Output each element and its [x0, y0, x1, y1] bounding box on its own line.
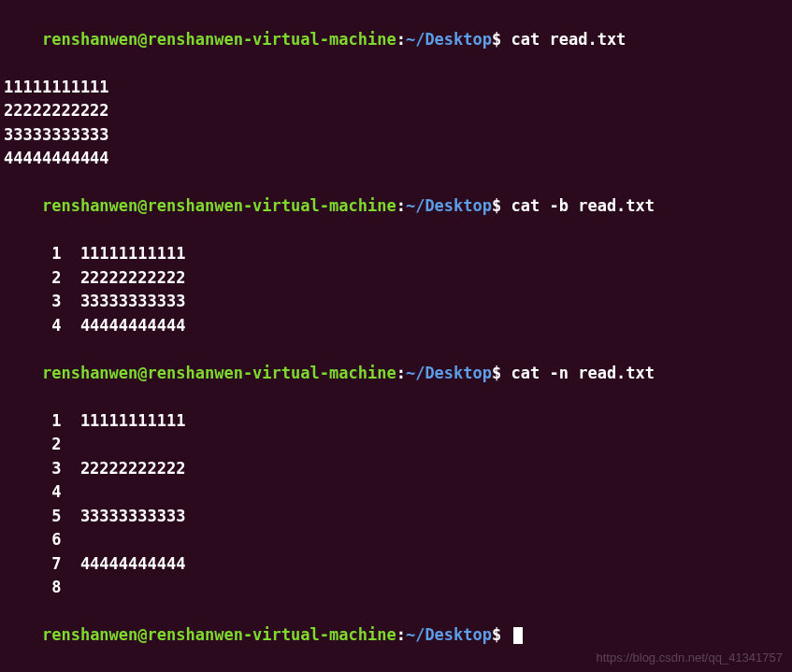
- terminal[interactable]: renshanwen@renshanwen-virtual-machine:~/…: [4, 4, 788, 671]
- prompt-colon: :: [396, 30, 406, 49]
- output-line: 11111111111: [4, 76, 788, 100]
- prompt-path: ~/Desktop: [406, 30, 492, 49]
- command-text: cat read.txt: [511, 30, 626, 49]
- prompt-dollar: $: [492, 364, 501, 382]
- output-line: 2: [4, 433, 788, 457]
- output-line: 44444444444: [4, 147, 788, 171]
- prompt-path: ~/Desktop: [406, 364, 492, 382]
- output-line: 1 11111111111: [4, 242, 788, 266]
- prompt-user: renshanwen@renshanwen-virtual-machine: [42, 196, 396, 215]
- prompt-colon: :: [396, 625, 406, 644]
- output-line: 3 33333333333: [4, 290, 788, 314]
- prompt-user: renshanwen@renshanwen-virtual-machine: [42, 625, 396, 644]
- prompt-dollar: $: [492, 625, 501, 644]
- prompt-user: renshanwen@renshanwen-virtual-machine: [42, 30, 396, 49]
- output-line: 5 33333333333: [4, 505, 788, 529]
- prompt-line-1: renshanwen@renshanwen-virtual-machine:~/…: [4, 4, 788, 76]
- output-line: 3 22222222222: [4, 457, 788, 481]
- prompt-user: renshanwen@renshanwen-virtual-machine: [42, 364, 396, 382]
- watermark-text: https://blog.csdn.net/qq_41341757: [597, 649, 784, 667]
- output-line: 22222222222: [4, 99, 788, 123]
- output-line: 8: [4, 576, 788, 600]
- output-line: 1 11111111111: [4, 409, 788, 434]
- prompt-dollar: $: [492, 30, 501, 49]
- prompt-colon: :: [396, 364, 406, 382]
- output-line: 33333333333: [4, 123, 788, 148]
- prompt-line-3: renshanwen@renshanwen-virtual-machine:~/…: [4, 337, 788, 409]
- prompt-dollar: $: [492, 196, 501, 215]
- prompt-path: ~/Desktop: [406, 196, 492, 215]
- output-line: 4: [4, 480, 788, 505]
- prompt-colon: :: [396, 196, 406, 215]
- output-line: 2 22222222222: [4, 266, 788, 291]
- command-text: cat -b read.txt: [511, 196, 655, 215]
- output-line: 4 44444444444: [4, 314, 788, 338]
- command-text: cat -n read.txt: [511, 364, 655, 382]
- output-line: 7 44444444444: [4, 552, 788, 577]
- cursor-icon: [513, 627, 523, 644]
- output-line: 6: [4, 528, 788, 552]
- prompt-path: ~/Desktop: [406, 625, 492, 644]
- prompt-line-2: renshanwen@renshanwen-virtual-machine:~/…: [4, 171, 788, 243]
